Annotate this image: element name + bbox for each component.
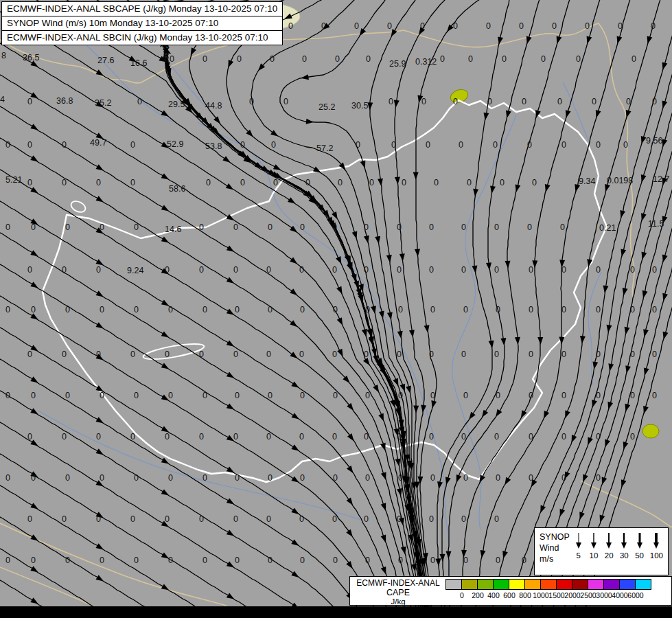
zero-value-label: 0 <box>461 265 466 275</box>
zero-value-label: 0 <box>494 432 499 442</box>
zero-value-label: 0 <box>397 350 402 359</box>
zero-value-label: 0 <box>305 178 310 187</box>
cape-legend-text: ECMWF-INDEX-ANAL CAPE J/kg <box>350 577 446 605</box>
zero-value-label: 0 <box>130 514 135 524</box>
zero-value-label: 0 <box>271 140 276 150</box>
zero-value-label: 0 <box>300 391 305 400</box>
zero-value-label: 0 <box>130 140 135 150</box>
cape-color-cell <box>603 579 620 590</box>
zero-value-label: 0 <box>354 21 359 31</box>
cape-tick-label: 1000 <box>533 591 548 599</box>
zero-value-label: 0 <box>235 556 240 565</box>
zero-value-label: 0 <box>100 473 104 483</box>
weather-map-stage: 836.527.616.625.90.312436.835.229.544.82… <box>0 0 672 618</box>
cape-value-label: 11.5 <box>648 219 664 229</box>
zero-value-label: 0 <box>494 265 499 275</box>
zero-value-label: 0 <box>364 265 369 275</box>
zero-value-label: 0 <box>529 473 533 483</box>
zero-value-label: 0 <box>332 432 337 442</box>
zero-value-label: 0 <box>268 305 273 314</box>
zero-value-label: 0 <box>170 54 174 64</box>
cape-tick-label: 0 <box>460 591 464 599</box>
wind-legend-param: Wind <box>540 542 570 553</box>
zero-value-label: 0 <box>461 432 466 442</box>
zero-value-label: 0 <box>65 305 70 314</box>
zero-value-label: 0 <box>630 432 635 442</box>
zero-value-label: 0 <box>165 265 170 275</box>
zero-value-label: 0 <box>240 140 245 150</box>
zero-value-label: 0 <box>134 473 139 483</box>
zero-value-label: 0 <box>502 54 507 64</box>
zero-value-label: 0 <box>199 350 204 359</box>
zero-value-label: 0 <box>429 222 434 232</box>
zero-value-label: 0 <box>31 391 36 400</box>
wind-speed-column: 30 <box>619 531 629 575</box>
cape-legend-subtitle: CAPE <box>350 588 446 597</box>
zero-value-label: 0 <box>332 514 337 524</box>
zero-value-label: 0 <box>65 556 70 565</box>
zero-value-label: 0 <box>398 305 403 314</box>
zero-value-label: 0 <box>233 265 238 275</box>
wind-arrow-icon <box>574 531 583 549</box>
zero-value-label: 0 <box>332 222 337 232</box>
cape-tick-label: 2500 <box>580 591 596 599</box>
cape-value-label: 25.9 <box>389 59 406 69</box>
wind-speed-column: 5 <box>574 531 583 575</box>
zero-value-label: 0 <box>596 140 601 150</box>
cape-tick-label: 600 <box>503 591 515 599</box>
zero-value-label: 0 <box>461 222 466 232</box>
wind-arrow-icon <box>604 531 614 549</box>
wind-speed-label: 10 <box>590 551 599 560</box>
zero-value-label: 0 <box>630 391 635 400</box>
zero-value-label: 0 <box>459 140 463 150</box>
zero-value-label: 0 <box>202 54 207 64</box>
cape-value-label: 9.56 <box>646 136 662 146</box>
cape-value-label: 57.2 <box>316 144 333 153</box>
zero-value-label: 0 <box>270 54 275 64</box>
zero-value-label: 0 <box>585 21 590 31</box>
zero-value-label: 0 <box>27 97 32 106</box>
zero-value-label: 0 <box>168 305 173 314</box>
cape-color-cell <box>556 579 572 590</box>
zero-value-label: 0 <box>266 432 271 442</box>
zero-value-label: 0 <box>233 222 238 232</box>
wind-arrow-icon <box>589 531 599 549</box>
zero-value-label: 0 <box>5 305 10 314</box>
zero-value-label: 0 <box>300 305 305 314</box>
zero-value-label: 0 <box>199 514 204 524</box>
zero-value-label: 0 <box>233 432 238 442</box>
cape-legend-title: ECMWF-INDEX-ANAL <box>350 578 446 588</box>
cape-color-cell <box>493 579 509 590</box>
zero-value-label: 0 <box>96 178 101 187</box>
zero-value-label: 0 <box>62 140 67 150</box>
zero-value-label: 0 <box>165 432 170 442</box>
zero-value-label: 0 <box>387 21 392 31</box>
zero-value-label: 0 <box>494 514 499 524</box>
zero-value-label: 0 <box>496 556 500 565</box>
cape-value-label: 9.24 <box>127 266 143 275</box>
zero-value-label: 0 <box>137 97 142 106</box>
zero-value-label: 0 <box>27 140 32 150</box>
cape-tick-label: 1500 <box>548 591 564 599</box>
cape-value-label: 52.9 <box>167 139 183 149</box>
zero-value-label: 0 <box>199 265 204 275</box>
zero-value-label: 0 <box>100 391 104 400</box>
zero-value-label: 0 <box>596 305 601 314</box>
cape-tick-label: 6000 <box>627 591 643 599</box>
zero-value-label: 0 <box>398 556 403 565</box>
zero-value-label: 0 <box>494 222 499 232</box>
zero-value-label: 0 <box>249 97 254 106</box>
zero-value-label: 0 <box>31 556 36 565</box>
zero-value-label: 0 <box>463 391 468 400</box>
cape-tick-label: 200 <box>472 591 484 599</box>
wind-legend-arrows: 510203050100 <box>572 528 668 575</box>
zero-value-label: 0 <box>62 514 67 524</box>
wind-speed-column: 50 <box>635 531 645 575</box>
map-canvas: 836.527.616.625.90.312436.835.229.544.82… <box>0 0 672 618</box>
cape-shade-patches <box>229 3 659 438</box>
cape-tick-label: 3000 <box>596 591 612 599</box>
zero-value-label: 0 <box>96 350 101 359</box>
cape-value-label: 53.8 <box>205 141 222 151</box>
zero-value-label: 0 <box>27 350 32 359</box>
zero-value-label: 0 <box>430 305 435 314</box>
